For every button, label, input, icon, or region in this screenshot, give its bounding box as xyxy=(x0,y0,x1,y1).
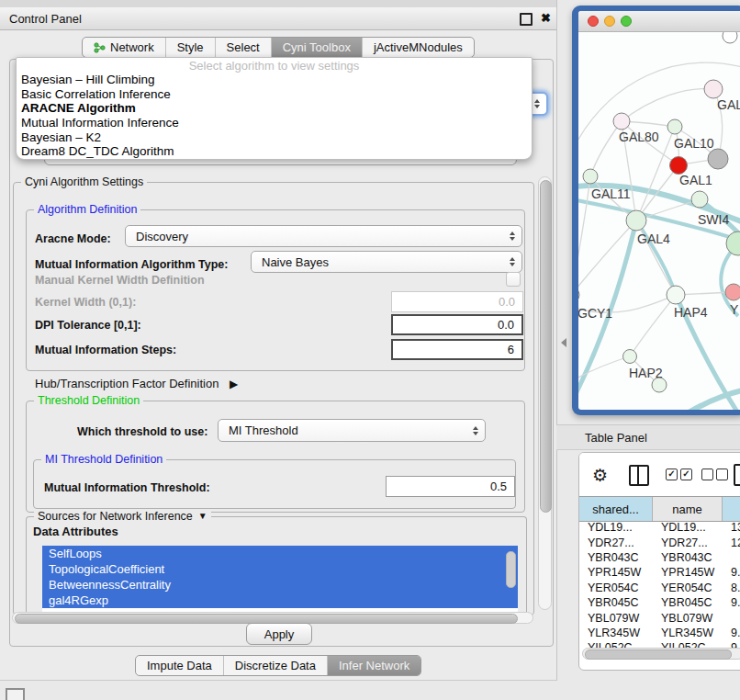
settings-vertical-scrollbar[interactable] xyxy=(538,176,552,610)
table-row[interactable]: YDR27...YDR27...12 xyxy=(579,535,740,549)
network-node-gal4[interactable] xyxy=(626,210,646,231)
tab-network[interactable]: Network xyxy=(83,38,165,57)
data-attributes-list[interactable]: SelfLoopsTopologicalCoefficientBetweenne… xyxy=(42,546,518,612)
select-all-checkbox-icon[interactable]: ✓ xyxy=(680,469,692,480)
deselect-checkbox-icon[interactable] xyxy=(716,469,728,480)
table-cell: YDR27... xyxy=(653,536,723,549)
algorithm-option[interactable]: Dream8 DC_TDC Algorithm xyxy=(17,144,532,159)
mi-threshold-input[interactable]: 0.5 xyxy=(386,476,515,497)
tab-style[interactable]: Style xyxy=(165,38,215,57)
attribute-items: SelfLoopsTopologicalCoefficientBetweenne… xyxy=(42,546,518,608)
table-horizontal-scrollbar[interactable] xyxy=(582,648,740,660)
network-node-gcy1[interactable] xyxy=(578,287,579,303)
network-node-gal11[interactable] xyxy=(583,169,598,184)
table-row[interactable]: YDL19...YDL19...13 xyxy=(579,520,740,535)
tab-infer-network[interactable]: Infer Network xyxy=(327,656,420,675)
table-row[interactable]: YBL079WYBL079W xyxy=(579,610,740,625)
split-pane-collapse-icon[interactable] xyxy=(561,338,566,347)
which-threshold-value: MI Threshold xyxy=(229,423,298,437)
algorithm-option[interactable]: Basic Correlation Inference xyxy=(17,87,532,102)
attribute-item[interactable]: TopologicalCoefficient xyxy=(42,561,518,577)
zoom-traffic-light-icon[interactable] xyxy=(621,16,632,27)
network-node-gal80[interactable] xyxy=(613,113,630,130)
tab-jactivemnodules[interactable]: jActiveMNodules xyxy=(362,38,474,57)
hub-definition-label: Hub/Transcription Factor Definition xyxy=(35,377,219,390)
table-row[interactable]: YBR045CYBR045C9. xyxy=(579,595,740,610)
collapse-down-icon[interactable]: ▼ xyxy=(198,511,207,521)
document-icon[interactable] xyxy=(734,464,740,486)
network-node-hap4[interactable] xyxy=(667,286,685,304)
columns-icon[interactable] xyxy=(629,465,649,486)
table-cell: 12 xyxy=(723,536,740,549)
network-node[interactable] xyxy=(723,31,737,43)
bottom-tabs: Impute Data Discretize Data Infer Networ… xyxy=(135,655,421,676)
kernel-width-value: 0.0 xyxy=(499,295,515,309)
network-node-gal[interactable] xyxy=(704,80,723,98)
deselect-checkbox-icon[interactable] xyxy=(701,469,713,480)
algorithm-option[interactable]: Mutual Information Inference xyxy=(17,116,532,130)
tab-select[interactable]: Select xyxy=(215,38,271,57)
table-rows[interactable]: YDL19...YDL19...13YDR27...YDR27...12YBR0… xyxy=(579,520,740,658)
close-traffic-light-icon[interactable] xyxy=(588,16,599,27)
aracne-mode-combobox[interactable]: Discovery xyxy=(125,225,522,247)
apply-button-label: Apply xyxy=(264,627,295,641)
network-window-titlebar[interactable] xyxy=(578,11,740,32)
network-edge[interactable] xyxy=(622,89,713,121)
table-panel-titlebar: Table Panel xyxy=(556,424,740,450)
network-node[interactable] xyxy=(652,378,667,392)
network-edge[interactable] xyxy=(590,121,622,176)
mi-steps-value: 6 xyxy=(508,343,514,356)
attribute-item[interactable]: BetweennessCentrality xyxy=(42,577,518,593)
table-row[interactable]: YER054CYER054C8. xyxy=(579,581,740,595)
attribute-item[interactable]: SelfLoops xyxy=(42,546,518,561)
minimize-traffic-light-icon[interactable] xyxy=(604,16,615,27)
mi-type-combobox[interactable]: Naive Bayes xyxy=(251,251,522,273)
control-panel-tabs: Network Style Select Cyni Toolbox jActiv… xyxy=(82,37,475,58)
tab-cyni-toolbox[interactable]: Cyni Toolbox xyxy=(271,38,362,57)
tab-discretize-data[interactable]: Discretize Data xyxy=(223,656,327,675)
apply-button[interactable]: Apply xyxy=(246,623,312,645)
table-row[interactable]: YPR145WYPR145W9. xyxy=(579,565,740,580)
algorithm-option[interactable]: Bayesian – Hill Climbing xyxy=(17,73,532,87)
network-node-gal10[interactable] xyxy=(667,119,682,134)
table-row[interactable]: YLR345WYLR345W9. xyxy=(579,626,740,640)
select-all-checkbox-icon[interactable]: ✓ xyxy=(666,469,678,480)
tab-network-label: Network xyxy=(110,40,154,54)
list-scrollbar-thumb[interactable] xyxy=(506,551,516,588)
tab-impute-data[interactable]: Impute Data xyxy=(136,656,223,675)
network-node-y[interactable] xyxy=(725,284,740,300)
column-header-shared-name[interactable]: shared... xyxy=(579,497,653,521)
network-node-gal1[interactable] xyxy=(670,157,688,175)
attribute-item[interactable]: gal4RGexp xyxy=(42,593,518,608)
manual-kernel-label: Manual Kernel Width Definition xyxy=(35,274,205,287)
network-node-swi4[interactable] xyxy=(691,191,708,208)
table-row[interactable]: YBR043CYBR043C xyxy=(579,550,740,565)
algorithm-option[interactable]: ARACNE Algorithm xyxy=(17,101,532,116)
network-node[interactable] xyxy=(708,149,728,169)
network-edge[interactable] xyxy=(578,176,590,295)
mi-type-label: Mutual Information Algorithm Type: xyxy=(35,258,228,271)
close-icon[interactable]: ✖ xyxy=(541,11,551,25)
mi-steps-input[interactable]: 6 xyxy=(391,339,523,360)
kernel-width-input[interactable]: 0.0 xyxy=(391,291,523,312)
column-header-name[interactable]: name xyxy=(653,497,723,521)
float-window-icon[interactable] xyxy=(520,13,533,26)
gear-icon[interactable]: ⚙ xyxy=(592,465,608,486)
which-threshold-combobox[interactable]: MI Threshold xyxy=(218,419,486,442)
docked-panel-icon[interactable] xyxy=(6,688,25,700)
tab-discretize-data-label: Discretize Data xyxy=(235,659,316,672)
network-edge[interactable] xyxy=(578,62,740,160)
scrollbar-thumb[interactable] xyxy=(585,649,732,660)
hub-definition-expander[interactable]: Hub/Transcription Factor Definition ▶ xyxy=(35,377,238,390)
tab-style-label: Style xyxy=(177,40,204,54)
network-canvas[interactable]: GALGAL80GAL10GAL1GAL11SWI4GAL4HAP4YGCY1H… xyxy=(578,31,740,410)
dpi-tolerance-input[interactable]: 0.0 xyxy=(391,314,523,335)
algorithm-option[interactable]: Bayesian – K2 xyxy=(17,130,532,145)
network-node-hap2[interactable] xyxy=(623,350,637,364)
network-icon xyxy=(94,42,106,53)
manual-kernel-checkbox[interactable] xyxy=(506,272,521,287)
network-view-window[interactable]: GALGAL80GAL10GAL1GAL11SWI4GAL4HAP4YGCY1H… xyxy=(578,11,740,410)
scrollbar-thumb[interactable] xyxy=(540,180,552,513)
column-header-partial[interactable] xyxy=(723,497,740,521)
cyni-settings-title: Cyni Algorithm Settings xyxy=(21,175,147,188)
